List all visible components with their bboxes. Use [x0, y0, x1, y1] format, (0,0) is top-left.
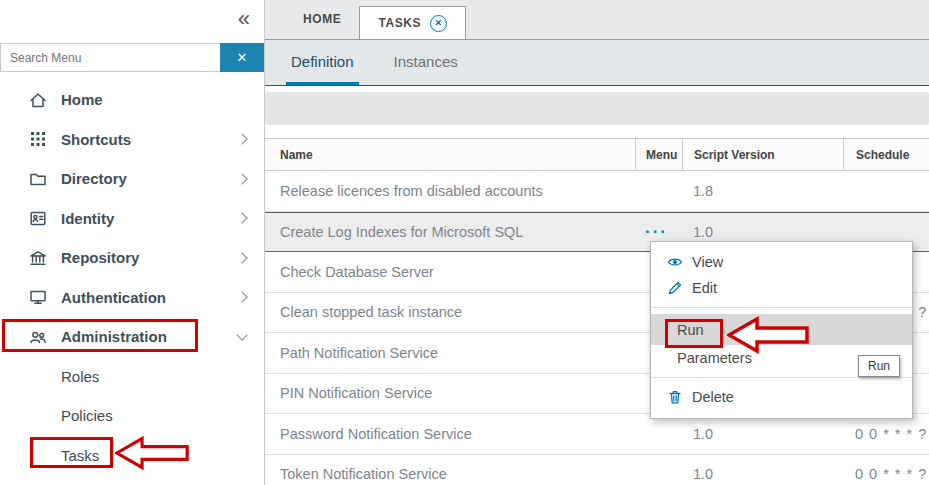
- sidebar-item-label: Identity: [61, 210, 114, 227]
- filter-strip: [265, 92, 929, 125]
- sidebar-subitem-label: Roles: [61, 368, 99, 385]
- column-header-schedule: Schedule: [843, 139, 929, 170]
- context-menu: View Edit Run Parameters Delete Run: [650, 241, 913, 419]
- table-row[interactable]: Release licences from disabled accounts …: [265, 171, 929, 212]
- sidebar-item-repository[interactable]: Repository: [0, 238, 264, 278]
- schedule-cell: 0 0 * * * ?: [843, 414, 929, 454]
- sidebar-subitem-roles[interactable]: Roles: [0, 357, 264, 397]
- sidebar-subitem-label: Policies: [61, 407, 113, 424]
- sidebar-item-authentication[interactable]: Authentication: [0, 278, 264, 318]
- task-name-cell: Password Notification Service: [265, 414, 635, 454]
- sidebar-subitem-policies[interactable]: Policies: [0, 396, 264, 436]
- context-menu-label: Edit: [692, 280, 717, 296]
- chevron-right-icon: [236, 134, 247, 145]
- id-badge-icon: [28, 208, 48, 228]
- context-menu-label: Delete: [692, 389, 734, 405]
- tab-bar: HOME TASKS ✕: [265, 0, 929, 40]
- tab-tasks-label: TASKS: [378, 16, 421, 30]
- sidebar-item-label: Repository: [61, 249, 139, 266]
- column-header-script-version: Script Version: [682, 139, 843, 170]
- chevron-right-icon: [236, 252, 247, 263]
- sidebar-item-label: Administration: [61, 328, 167, 345]
- sidebar-item-shortcuts[interactable]: Shortcuts: [0, 120, 264, 160]
- context-menu-divider: [651, 307, 912, 308]
- users-icon: [28, 327, 48, 347]
- sidebar-item-label: Home: [61, 91, 103, 108]
- context-menu-label: Run: [677, 322, 704, 338]
- column-header-name: Name: [265, 139, 635, 170]
- chevron-right-icon: [236, 292, 247, 303]
- task-menu-cell: [635, 455, 682, 485]
- context-menu-label: Parameters: [677, 350, 752, 366]
- script-version-cell: 1.8: [682, 171, 843, 211]
- context-menu-label: View: [692, 254, 723, 270]
- context-menu-item-edit[interactable]: Edit: [651, 275, 912, 301]
- sidebar-item-directory[interactable]: Directory: [0, 159, 264, 199]
- sidebar: « ✕ Home Shortcuts Directory Identity Re…: [0, 0, 265, 485]
- task-name-cell: Clean stopped task instance: [265, 293, 635, 333]
- table-row[interactable]: Token Notification Service 1.0 0 0 * * *…: [265, 455, 929, 485]
- subtab-bar: Definition Instances: [265, 40, 929, 86]
- tab-home-label: HOME: [303, 12, 341, 26]
- context-menu-item-run[interactable]: Run: [651, 314, 912, 345]
- run-tooltip: Run: [858, 355, 900, 377]
- task-name-cell: PIN Notification Service: [265, 374, 635, 414]
- search-bar: ✕: [0, 43, 264, 72]
- sidebar-item-label: Authentication: [61, 289, 166, 306]
- sidebar-item-label: Shortcuts: [61, 131, 131, 148]
- tab-tasks[interactable]: TASKS ✕: [359, 6, 466, 39]
- folder-icon: [28, 169, 48, 189]
- sidebar-item-home[interactable]: Home: [0, 80, 264, 120]
- chevron-right-icon: [236, 173, 247, 184]
- task-name-cell: Check Database Server: [265, 252, 635, 292]
- tab-home[interactable]: HOME: [285, 0, 359, 39]
- task-menu-cell: [635, 171, 682, 211]
- task-name-cell: Create Log Indexes for Microsoft SQL: [265, 213, 635, 252]
- table-row[interactable]: Password Notification Service 1.0 0 0 * …: [265, 414, 929, 455]
- trash-icon: [667, 389, 683, 405]
- schedule-cell: [843, 171, 929, 211]
- sidebar-item-label: Directory: [61, 170, 127, 187]
- chevron-down-icon: [236, 329, 247, 340]
- task-menu-cell: [635, 414, 682, 454]
- pencil-icon: [667, 280, 683, 296]
- tab-close-icon[interactable]: ✕: [430, 15, 447, 32]
- column-header-menu: Menu: [635, 139, 682, 170]
- script-version-cell: 1.0: [682, 455, 843, 485]
- home-icon: [28, 90, 48, 110]
- sidebar-item-administration[interactable]: Administration: [0, 317, 264, 357]
- bank-icon: [28, 248, 48, 268]
- task-name-cell: Release licences from disabled accounts: [265, 171, 635, 211]
- context-menu-divider: [651, 377, 912, 378]
- subtab-instances[interactable]: Instances: [389, 40, 463, 85]
- sidebar-item-identity[interactable]: Identity: [0, 199, 264, 239]
- display-icon: [28, 287, 48, 307]
- context-menu-item-view[interactable]: View: [651, 249, 912, 275]
- row-actions-ellipsis-icon[interactable]: ···: [645, 222, 668, 242]
- task-name-cell: Path Notification Service: [265, 333, 635, 373]
- grid-icon: [28, 129, 48, 149]
- context-menu-item-delete[interactable]: Delete: [651, 384, 912, 410]
- table-header: Name Menu Script Version Schedule: [265, 138, 929, 171]
- sidebar-menu: Home Shortcuts Directory Identity Reposi…: [0, 80, 264, 475]
- search-clear-button[interactable]: ✕: [220, 43, 264, 72]
- collapse-sidebar-button[interactable]: «: [238, 4, 250, 34]
- task-name-cell: Token Notification Service: [265, 455, 635, 485]
- subtab-definition[interactable]: Definition: [286, 40, 359, 85]
- script-version-cell: 1.0: [682, 414, 843, 454]
- eye-icon: [667, 254, 683, 270]
- sidebar-subitem-tasks[interactable]: Tasks: [0, 436, 264, 476]
- schedule-cell: 0 0 * * * ?: [843, 455, 929, 485]
- search-input[interactable]: [0, 43, 220, 72]
- sidebar-subitem-label: Tasks: [61, 447, 99, 464]
- sidebar-header: «: [0, 0, 264, 40]
- chevron-right-icon: [236, 213, 247, 224]
